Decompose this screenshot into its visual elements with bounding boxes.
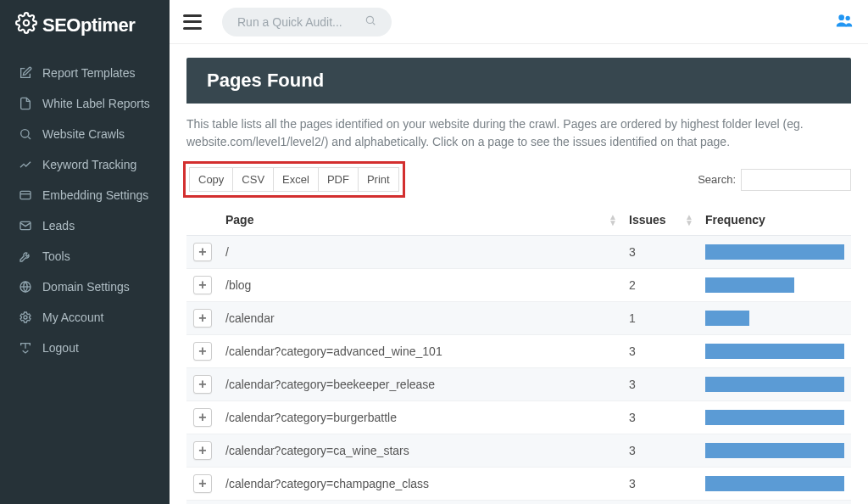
cell-page: /calendar?category=champagnechallenge: [219, 501, 622, 505]
sidebar-item-website-crawls[interactable]: Website Crawls: [0, 119, 170, 149]
cell-issues: 3: [622, 434, 698, 468]
sidebar-item-embedding-settings[interactable]: Embedding Settings: [0, 180, 170, 210]
svg-point-0: [24, 20, 30, 26]
expand-button[interactable]: +: [193, 408, 212, 427]
search-input[interactable]: [741, 169, 851, 191]
cell-page: /calendar?category=beekeeper_release: [219, 368, 622, 401]
svg-point-8: [24, 316, 27, 319]
cell-frequency: [698, 401, 851, 434]
globe-icon: [19, 280, 32, 294]
hamburger-icon[interactable]: [183, 14, 202, 30]
sidebar-item-label: My Account: [42, 311, 103, 324]
cell-page: /calendar?category=champagne_class: [219, 468, 622, 501]
table-toolbar: CopyCSVExcelPDFPrint Search:: [186, 161, 851, 204]
search-icon: [364, 14, 376, 29]
table-row[interactable]: +/calendar?category=ca_wine_stars3: [186, 434, 851, 468]
search-label: Search:: [698, 173, 736, 186]
expand-button[interactable]: +: [193, 276, 212, 294]
table-row[interactable]: +/calendar?category=champagne_class3: [186, 468, 851, 501]
cell-issues: 3: [622, 501, 698, 505]
cell-frequency: [698, 368, 851, 401]
copy-button[interactable]: Copy: [189, 167, 233, 192]
svg-rect-3: [20, 191, 31, 199]
sort-icon: ▲▼: [609, 214, 617, 226]
table-row[interactable]: +/calendar?category=advanced_wine_1013: [186, 335, 851, 368]
table-row[interactable]: +/calendar?category=burgerbattle3: [186, 401, 851, 434]
table-row[interactable]: +/calendar1: [186, 302, 851, 335]
svg-point-9: [366, 16, 373, 23]
chart-icon: [19, 158, 32, 171]
svg-point-11: [838, 14, 844, 20]
table-row[interactable]: +/blog2: [186, 269, 851, 302]
svg-point-12: [846, 16, 850, 20]
cell-page: /: [219, 236, 622, 269]
cell-issues: 3: [622, 236, 698, 269]
logo[interactable]: SEOptimer: [0, 0, 170, 54]
table-search: Search:: [698, 169, 851, 191]
sidebar-item-logout[interactable]: Logout: [0, 333, 170, 363]
quick-audit-search[interactable]: Run a Quick Audit...: [222, 8, 392, 36]
export-buttons-highlight: CopyCSVExcelPDFPrint: [183, 161, 405, 198]
print-button[interactable]: Print: [359, 167, 399, 192]
table-row[interactable]: +/3: [186, 236, 851, 269]
col-expander: [186, 204, 219, 236]
embed-icon: [19, 188, 32, 202]
svg-line-2: [28, 137, 31, 139]
cell-frequency: [698, 302, 851, 335]
expand-button[interactable]: +: [193, 441, 212, 460]
col-page[interactable]: Page▲▼: [219, 204, 622, 236]
expand-button[interactable]: +: [193, 474, 212, 493]
sidebar-item-label: Embedding Settings: [42, 188, 148, 202]
sidebar-item-label: Report Templates: [42, 66, 135, 80]
cell-frequency: [698, 468, 851, 501]
sort-icon: ▲▼: [685, 214, 693, 226]
page-title: Pages Found: [186, 58, 851, 104]
expand-button[interactable]: +: [193, 342, 212, 361]
sidebar: SEOptimer Report TemplatesWhite Label Re…: [0, 0, 170, 504]
sidebar-item-label: Leads: [42, 219, 75, 232]
cell-page: /calendar: [219, 302, 622, 335]
cell-frequency: [698, 434, 851, 468]
mail-icon: [19, 219, 32, 232]
topbar: Run a Quick Audit...: [170, 0, 868, 44]
document-icon: [19, 97, 32, 110]
sidebar-item-my-account[interactable]: My Account: [0, 302, 170, 333]
cell-issues: 3: [622, 468, 698, 501]
cell-issues: 3: [622, 401, 698, 434]
main: Run a Quick Audit... Pages Found This ta…: [170, 0, 868, 504]
table-row[interactable]: +/calendar?category=beekeeper_release3: [186, 368, 851, 401]
cell-frequency: [698, 236, 851, 269]
excel-button[interactable]: Excel: [274, 167, 319, 192]
col-issues[interactable]: Issues▲▼: [622, 204, 698, 236]
sidebar-item-label: Domain Settings: [42, 280, 130, 294]
cell-frequency: [698, 501, 851, 505]
quick-audit-placeholder: Run a Quick Audit...: [237, 15, 364, 29]
col-frequency[interactable]: Frequency: [698, 204, 851, 236]
sidebar-item-domain-settings[interactable]: Domain Settings: [0, 272, 170, 302]
cell-page: /calendar?category=ca_wine_stars: [219, 434, 622, 468]
csv-button[interactable]: CSV: [233, 167, 274, 192]
cell-issues: 1: [622, 302, 698, 335]
sidebar-item-white-label-reports[interactable]: White Label Reports: [0, 88, 170, 119]
content: Pages Found This table lists all the pag…: [170, 44, 868, 504]
logo-icon: [15, 12, 42, 39]
sidebar-item-label: Keyword Tracking: [42, 158, 136, 171]
sidebar-item-label: Logout: [42, 341, 79, 355]
sidebar-item-label: Website Crawls: [42, 127, 125, 141]
expand-button[interactable]: +: [193, 375, 212, 394]
sidebar-item-tools[interactable]: Tools: [0, 241, 170, 272]
expand-button[interactable]: +: [193, 243, 212, 261]
expand-button[interactable]: +: [193, 309, 212, 328]
cell-frequency: [698, 335, 851, 368]
cell-issues: 2: [622, 269, 698, 302]
sidebar-item-report-templates[interactable]: Report Templates: [0, 58, 170, 88]
sidebar-item-keyword-tracking[interactable]: Keyword Tracking: [0, 149, 170, 180]
edit-icon: [19, 66, 32, 80]
cell-issues: 3: [622, 368, 698, 401]
pdf-button[interactable]: PDF: [319, 167, 359, 192]
cell-frequency: [698, 269, 851, 302]
users-icon[interactable]: [834, 12, 854, 31]
sidebar-item-leads[interactable]: Leads: [0, 210, 170, 241]
table-row[interactable]: +/calendar?category=champagnechallenge3: [186, 501, 851, 505]
svg-point-1: [21, 130, 29, 137]
